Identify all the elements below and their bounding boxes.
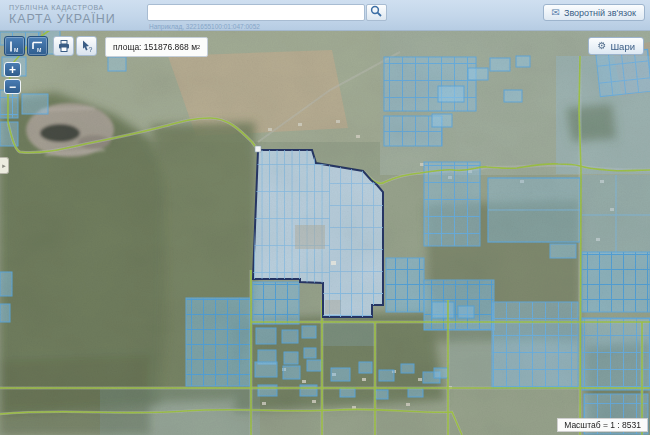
layers-button[interactable]: ⚙ Шари [588,37,644,55]
panel-expand-button[interactable]: ▸ [0,157,9,174]
measure-area-icon: м [30,39,45,54]
logo-line2: КАРТА УКРАЇНИ [9,13,116,26]
app-logo[interactable]: ПУБЛІЧНА КАДАСТРОВА КАРТА УКРАЇНИ [9,4,116,26]
texture-overlay [0,30,650,435]
satellite-map [0,30,650,435]
svg-text:м: м [14,46,19,53]
area-value: 151876.868 [144,42,189,52]
envelope-icon: ✉ [552,8,560,18]
svg-text:?: ? [88,46,92,53]
gear-icon: ⚙ [597,41,606,51]
header: ПУБЛІЧНА КАДАСТРОВА КАРТА УКРАЇНИ Наприк… [0,0,650,31]
search-hint: Наприклад, 3221655100:01:047:0052 [149,23,260,30]
measure-area-button[interactable]: м [27,36,48,56]
zoom-out-button[interactable]: − [4,79,21,94]
cadastral-map-app: ПУБЛІЧНА КАДАСТРОВА КАРТА УКРАЇНИ Наприк… [0,0,650,435]
search-button[interactable] [366,4,387,21]
area-exponent: 2 [197,44,200,50]
measure-length-icon: м [7,39,22,54]
area-label: площа: [113,42,141,52]
identify-button[interactable]: ? [76,36,97,56]
measure-length-button[interactable]: м [4,36,25,56]
search-input[interactable] [147,4,365,21]
feedback-button[interactable]: ✉ Зворотній зв'язок [543,4,645,21]
layers-label: Шари [610,41,635,52]
scale-display: Масштаб = 1 : 8531 [557,418,648,432]
logo-line1: ПУБЛІЧНА КАДАСТРОВА [9,4,116,11]
chevron-right-icon: ▸ [2,162,6,170]
svg-text:м: м [37,46,42,53]
map-canvas[interactable] [0,30,650,435]
area-display: площа: 151876.868 м2 [105,37,208,57]
print-button[interactable] [53,36,74,56]
search-icon [370,5,383,18]
print-icon [57,39,71,53]
cursor-help-icon: ? [80,39,94,53]
zoom-in-button[interactable]: + [4,62,21,77]
measure-toolbar: м м ? площа: 151876.868 м2 [4,36,208,57]
feedback-label: Зворотній зв'язок [564,8,636,18]
